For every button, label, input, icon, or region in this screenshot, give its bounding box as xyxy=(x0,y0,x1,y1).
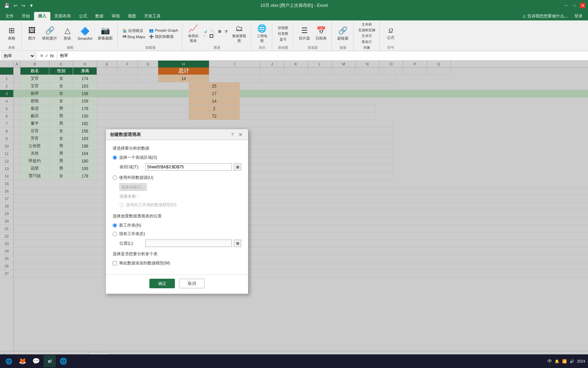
radio-new-sheet-label[interactable]: 新工作表(N) xyxy=(119,223,141,228)
taskbar-right: 中 🔔 📶 🔊 2024 xyxy=(548,358,585,364)
tab-file[interactable]: 文件 xyxy=(1,12,18,20)
radio-table-region[interactable] xyxy=(113,155,117,160)
quick-access-redo[interactable]: ↪ xyxy=(20,2,27,9)
fx-icon[interactable]: fx xyxy=(50,53,54,58)
login-btn[interactable]: 登录 xyxy=(570,12,587,20)
table-icon: ⊞ xyxy=(9,26,15,35)
tab-developer[interactable]: 开发工具 xyxy=(140,12,165,20)
radio-new-sheet[interactable] xyxy=(113,223,117,228)
add-to-model-label[interactable]: 将此数据添加到数据模型(M) xyxy=(119,260,170,266)
taskbar-excel-btn[interactable]: x l xyxy=(44,355,56,367)
tab-data[interactable]: 数据 xyxy=(91,12,108,20)
table-range-select-btn[interactable]: ⊞ xyxy=(234,163,241,171)
hyperlink-icon: 🔗 xyxy=(338,26,347,35)
timeline-btn[interactable]: 📅 日程表 xyxy=(313,26,329,42)
bar-chart-btn[interactable]: 📊 xyxy=(202,29,209,33)
column-chart-btn[interactable]: ▦ xyxy=(217,29,223,33)
shapes-btn[interactable]: △ 形状 xyxy=(61,26,74,42)
table-range-input[interactable] xyxy=(145,163,232,171)
picture-icon: 🖼 xyxy=(28,26,36,35)
text-box-btn[interactable]: 文本框 xyxy=(357,22,377,27)
cancel-icon[interactable]: ✕ xyxy=(40,53,44,58)
column-chart-icon: ▦ xyxy=(218,29,221,33)
wordart-btn[interactable]: 艺术字 xyxy=(357,33,377,39)
dialog-help-btn[interactable]: ? xyxy=(229,131,236,138)
radio-external-source[interactable] xyxy=(113,175,117,180)
tab-insert[interactable]: 插入 xyxy=(34,12,50,20)
taskbar-browser2-btn[interactable]: 🌐 xyxy=(57,355,69,367)
scatter-chart-btn[interactable]: ⁘ xyxy=(202,34,207,38)
object-btn[interactable]: 对象 xyxy=(357,45,377,50)
radio-existing-sheet-label[interactable]: 现有工作表(E) xyxy=(119,231,145,237)
radio-external-label[interactable]: 使用外部数据源(U) xyxy=(119,175,153,181)
tell-me[interactable]: ⚠ 告诉我您想要做什么... xyxy=(520,12,570,20)
line-chart-btn[interactable]: 📉 xyxy=(209,29,216,33)
tab-home[interactable]: 开始 xyxy=(18,12,34,20)
screenshot-btn[interactable]: 📷 屏幕截图 xyxy=(96,26,115,42)
cancel-btn[interactable]: 取消 xyxy=(179,279,205,288)
signature-btn[interactable]: 签名行 xyxy=(357,39,377,45)
conn-name-row: 连接名称： xyxy=(113,194,241,199)
create-pivot-dialog: 创建数据透视表 ? ✕ 请选择要分析的数据 选择一个表或区域(S) 表/区域(T… xyxy=(105,129,248,294)
recommended-chart-btn[interactable]: 📈 推荐的图表 xyxy=(186,24,200,44)
table-btn[interactable]: ⊞ 表格 xyxy=(5,26,18,42)
ribbon-group-addins: 🏪 应用商店 🗺 Bing Maps 👥 People Graph ➕ xyxy=(118,22,182,51)
use-model-row: 使用此工作簿的数据模型(D) xyxy=(113,202,241,208)
tab-review[interactable]: 审阅 xyxy=(108,12,124,20)
3d-map-btn[interactable]: 🌐 三维地图 xyxy=(255,24,269,44)
hyperlink-btn[interactable]: 🔗 超链接 xyxy=(335,26,350,42)
win-loss-sparkline-btn[interactable]: 盈亏 xyxy=(277,37,290,42)
tab-formula[interactable]: 公式 xyxy=(75,12,91,20)
cell-name-box[interactable]: 抱琴 xyxy=(2,53,35,59)
header-footer-btn[interactable]: 页眉和页脚 xyxy=(357,28,377,33)
pie-chart-btn[interactable]: ◔ xyxy=(223,29,229,33)
waterfall-chart-btn[interactable]: 🔲 xyxy=(208,34,215,38)
radio-row-4: 现有工作表(E) xyxy=(113,231,241,237)
my-addins-btn[interactable]: ➕ 我的加载项 xyxy=(148,34,179,40)
close-btn[interactable]: ✕ xyxy=(580,3,585,8)
minimize-btn[interactable]: ─ xyxy=(564,3,569,8)
quick-access-pin[interactable]: ▼ xyxy=(28,2,35,9)
dialog-section1-title: 请选择要分析的数据 xyxy=(113,145,241,151)
quick-access-save[interactable]: 💾 xyxy=(3,2,11,9)
tab-view[interactable]: 视图 xyxy=(124,12,140,20)
line-chart-icon: 📉 xyxy=(211,29,215,33)
location-input[interactable] xyxy=(145,240,232,247)
use-model-label[interactable]: 使用此工作簿的数据模型(D) xyxy=(126,202,177,208)
app-store-btn[interactable]: 🏪 应用商店 xyxy=(121,28,146,34)
formula-input[interactable] xyxy=(59,53,587,58)
taskbar-fox-btn[interactable]: 🦊 xyxy=(16,355,29,367)
bing-maps-btn[interactable]: 🗺 Bing Maps xyxy=(121,34,146,39)
pivot-chart-btn[interactable]: 🗂 数据透视图 xyxy=(230,24,248,44)
dialog-section2: 选择放置数据透视表的位置 新工作表(N) 现有工作表(E) xyxy=(113,213,241,247)
confirm-icon[interactable]: ✓ xyxy=(45,53,49,58)
slicer-btn[interactable]: ☰ 切片器 xyxy=(297,26,312,42)
radio-existing-sheet[interactable] xyxy=(113,232,117,236)
people-graph-btn[interactable]: 👥 People Graph xyxy=(148,28,179,33)
taskbar-time: 2024 xyxy=(577,359,585,363)
shapes-icon: △ xyxy=(65,26,70,35)
location-select-btn[interactable]: ⊞ xyxy=(234,240,241,247)
online-picture-btn[interactable]: 🔗 联机图片 xyxy=(40,26,59,42)
tab-page-layout[interactable]: 页面布局 xyxy=(50,12,75,20)
add-to-model-checkbox[interactable] xyxy=(113,261,117,265)
timeline-icon: 📅 xyxy=(316,26,326,35)
maximize-btn[interactable]: □ xyxy=(572,3,577,8)
radio-use-model[interactable] xyxy=(119,203,124,207)
radio-row-2: 使用外部数据源(U) xyxy=(113,175,241,181)
people-graph-icon: 👥 xyxy=(149,28,154,33)
formula-btn[interactable]: Ω 公式 xyxy=(384,27,397,41)
radio-row-1: 选择一个表或区域(S) xyxy=(113,155,241,160)
line-sparkline-btn[interactable]: 折线图 xyxy=(277,25,290,31)
confirm-btn[interactable]: 确定 xyxy=(149,279,175,288)
formula-icon: Ω xyxy=(389,27,393,34)
taskbar-chat-btn[interactable]: 💬 xyxy=(30,355,42,367)
col-sparkline-btn[interactable]: 柱形图 xyxy=(277,31,290,36)
picture-btn[interactable]: 🖼 图片 xyxy=(25,26,39,42)
scatter-chart-icon: ⁘ xyxy=(203,34,206,38)
dialog-close-btn[interactable]: ✕ xyxy=(237,131,244,138)
radio-table-label[interactable]: 选择一个表或区域(S) xyxy=(119,155,157,160)
smartart-btn[interactable]: 🔷 SmartArt xyxy=(76,26,94,41)
taskbar-browser-btn[interactable]: 🌐 xyxy=(3,355,15,367)
quick-access-undo[interactable]: ↩ xyxy=(12,2,19,9)
